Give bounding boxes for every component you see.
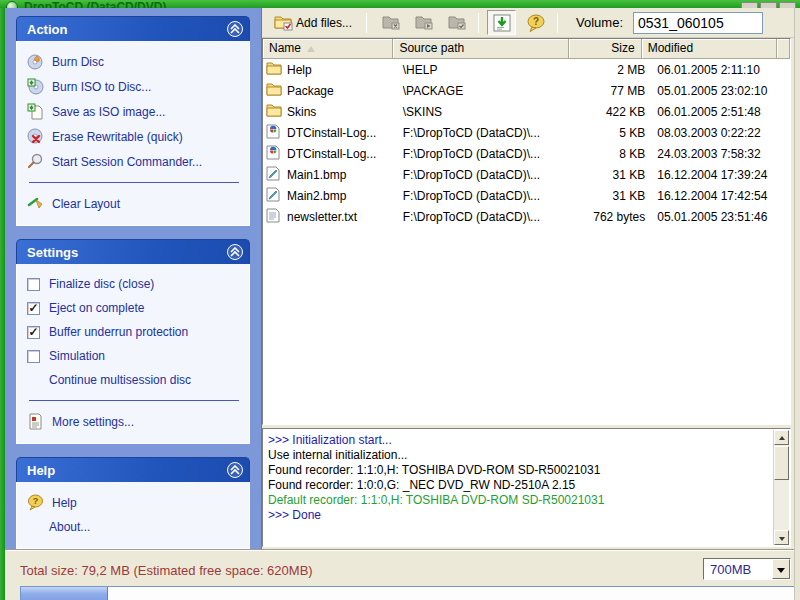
log-line: >>> Initialization start... bbox=[268, 433, 772, 448]
burn-disc-item[interactable]: Burn Disc bbox=[25, 49, 243, 74]
column-header-source-path[interactable]: Source path bbox=[393, 39, 568, 59]
continue-multisession-label: Continue multisession disc bbox=[49, 373, 191, 387]
table-row[interactable]: Main2.bmp F:\DropToCD (DataCD)\... 31 KB… bbox=[263, 185, 790, 206]
help-item[interactable]: ? Help bbox=[25, 490, 243, 515]
help-label: Help bbox=[52, 496, 77, 510]
column-header-size[interactable]: Size bbox=[569, 39, 642, 59]
question-bubble-icon: ? bbox=[526, 14, 543, 31]
burn-iso-label: Burn ISO to Disc... bbox=[52, 80, 151, 94]
toolbar: Add files... bbox=[262, 8, 794, 38]
checkbox-icon[interactable] bbox=[27, 278, 40, 291]
buffer-underrun-label: Buffer underrun protection bbox=[49, 325, 188, 339]
clear-layout-label: Clear Layout bbox=[52, 197, 120, 211]
column-header-filler bbox=[777, 39, 790, 59]
settings-panel-header[interactable]: Settings bbox=[16, 239, 250, 264]
table-row[interactable]: DTCinstall-Log... F:\DropToCD (DataCD)\.… bbox=[263, 122, 790, 143]
sort-ascending-icon bbox=[307, 46, 315, 52]
volume-label: Volume: bbox=[576, 15, 623, 30]
task-sidebar: Action Burn Disc Burn ISO to Disc... bbox=[5, 8, 262, 550]
log-file-icon bbox=[266, 124, 283, 141]
chevron-down-icon[interactable] bbox=[772, 559, 790, 579]
add-files-label: Add files... bbox=[296, 16, 352, 30]
finalize-disc-label: Finalize disc (close) bbox=[49, 277, 154, 291]
collapse-chevron-icon[interactable] bbox=[227, 21, 243, 37]
log-scrollbar[interactable] bbox=[773, 430, 789, 545]
toolbar-separator bbox=[478, 13, 479, 33]
session-commander-label: Start Session Commander... bbox=[52, 155, 202, 169]
main-area: Add files... bbox=[262, 8, 794, 550]
capacity-progress-bar bbox=[20, 586, 795, 600]
window-title: DropToCD (DataCD/DVD) bbox=[24, 0, 166, 8]
file-list-header: Name Source path Size Modified bbox=[263, 39, 790, 59]
table-row[interactable]: DTCinstall-Log... F:\DropToCD (DataCD)\.… bbox=[263, 143, 790, 164]
checkbox-checked-icon[interactable]: ✓ bbox=[27, 302, 40, 315]
checkbox-checked-icon[interactable]: ✓ bbox=[27, 326, 40, 339]
status-bar: Total size: 79,2 MB (Estimated free spac… bbox=[5, 550, 800, 600]
action-panel-header[interactable]: Action bbox=[16, 16, 250, 41]
clear-layout-item[interactable]: Clear Layout bbox=[25, 191, 243, 216]
folder-icon bbox=[266, 82, 283, 99]
burn-disc-icon bbox=[27, 53, 44, 70]
close-button[interactable] bbox=[779, 2, 796, 8]
window-left-border bbox=[0, 0, 5, 600]
help-panel: Help ? Help About... bbox=[16, 457, 250, 549]
save-iso-item[interactable]: Save as ISO image... bbox=[25, 99, 243, 124]
folder-check-icon bbox=[447, 14, 464, 31]
save-iso-icon bbox=[27, 103, 44, 120]
log-line: Found recorder: 1:0:0,G: _NEC DVD_RW ND-… bbox=[268, 478, 772, 493]
titlebar[interactable]: DropToCD (DataCD/DVD) bbox=[0, 0, 800, 8]
continue-multisession-item[interactable]: Continue multisession disc bbox=[25, 368, 243, 392]
table-row[interactable]: Help \HELP 2 MB 06.01.2005 2:11:10 bbox=[263, 59, 790, 80]
burn-iso-item[interactable]: Burn ISO to Disc... bbox=[25, 74, 243, 99]
eject-on-complete-label: Eject on complete bbox=[49, 301, 144, 315]
volume-input[interactable] bbox=[633, 12, 763, 34]
about-label: About... bbox=[49, 520, 90, 534]
maximize-button[interactable] bbox=[760, 2, 777, 8]
collapse-chevron-icon[interactable] bbox=[227, 244, 243, 260]
folder-icon bbox=[266, 103, 283, 120]
table-row[interactable]: Main1.bmp F:\DropToCD (DataCD)\... 31 KB… bbox=[263, 164, 790, 185]
table-row[interactable]: Package \PACKAGE 77 MB 05.01.2005 23:02:… bbox=[263, 80, 790, 101]
about-item[interactable]: About... bbox=[25, 515, 243, 539]
simulation-label: Simulation bbox=[49, 349, 105, 363]
collapse-chevron-icon[interactable] bbox=[227, 462, 243, 478]
log-output: >>> Initialization start... Use internal… bbox=[262, 428, 791, 547]
table-row[interactable]: newsletter.txt F:\DropToCD (DataCD)\... … bbox=[263, 206, 790, 227]
more-settings-icon bbox=[27, 413, 44, 430]
finalize-disc-checkbox[interactable]: Finalize disc (close) bbox=[25, 272, 243, 296]
eject-on-complete-checkbox[interactable]: ✓ Eject on complete bbox=[25, 296, 243, 320]
help-panel-header[interactable]: Help bbox=[16, 457, 250, 482]
action-panel: Action Burn Disc Burn ISO to Disc... bbox=[16, 16, 250, 226]
table-row[interactable]: Skins \SKINS 422 KB 06.01.2005 2:51:48 bbox=[263, 101, 790, 122]
buffer-underrun-checkbox[interactable]: ✓ Buffer underrun protection bbox=[25, 320, 243, 344]
toolbar-separator bbox=[366, 13, 367, 33]
erase-rewritable-item[interactable]: Erase Rewritable (quick) bbox=[25, 124, 243, 149]
app-icon bbox=[6, 1, 18, 8]
burn-disc-label: Burn Disc bbox=[52, 55, 104, 69]
disc-capacity-select[interactable]: 700MB bbox=[703, 558, 791, 580]
text-file-icon bbox=[266, 208, 283, 225]
remove-files-button-disabled[interactable] bbox=[375, 10, 404, 35]
column-header-name[interactable]: Name bbox=[263, 39, 393, 59]
run-item-button-disabled[interactable] bbox=[408, 10, 437, 35]
help-toolbar-button[interactable]: ? bbox=[520, 10, 549, 35]
erase-rewritable-icon bbox=[27, 128, 44, 145]
import-list-icon bbox=[493, 14, 510, 31]
session-commander-item[interactable]: Start Session Commander... bbox=[25, 149, 243, 174]
scrollbar-thumb[interactable] bbox=[774, 446, 789, 480]
log-line: Default recorder: 1:1:0,H: TOSHIBA DVD-R… bbox=[268, 493, 772, 508]
simulation-checkbox[interactable]: Simulation bbox=[25, 344, 243, 368]
window-right-border bbox=[794, 8, 800, 600]
show-log-button[interactable] bbox=[487, 10, 516, 35]
help-panel-title: Help bbox=[27, 463, 55, 478]
session-commander-icon bbox=[27, 153, 44, 170]
scroll-up-icon[interactable] bbox=[774, 430, 789, 445]
more-settings-item[interactable]: More settings... bbox=[25, 409, 243, 434]
column-header-modified[interactable]: Modified bbox=[642, 39, 777, 59]
verify-item-button-disabled[interactable] bbox=[441, 10, 470, 35]
checkbox-icon[interactable] bbox=[27, 350, 40, 363]
scroll-down-icon[interactable] bbox=[774, 530, 789, 545]
add-files-button[interactable]: Add files... bbox=[268, 10, 358, 35]
folder-icon bbox=[266, 61, 283, 78]
minimize-button[interactable] bbox=[741, 2, 758, 8]
